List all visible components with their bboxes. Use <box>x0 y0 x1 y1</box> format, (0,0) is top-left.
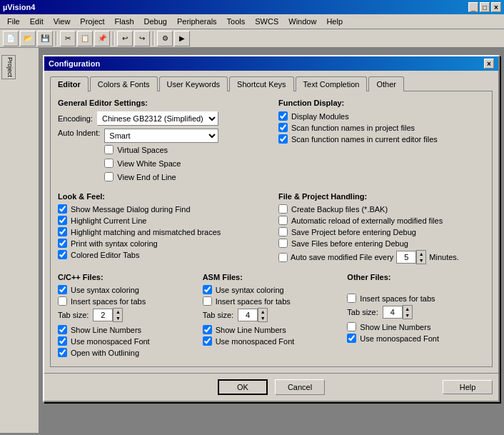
tab-colors-fonts[interactable]: Colors & Fonts <box>90 76 158 91</box>
ok-button[interactable]: OK <box>218 379 268 395</box>
virtual-spaces-checkbox[interactable] <box>104 145 114 154</box>
cc-insert-spaces-checkbox[interactable] <box>58 296 67 306</box>
toolbar-sep-3 <box>153 31 154 46</box>
tab-user-keywords[interactable]: User Keywords <box>159 76 228 91</box>
other-tab-up-button[interactable]: ▲ <box>403 306 412 312</box>
toolbar-save[interactable]: 💾 <box>37 31 53 46</box>
auto-reload-checkbox[interactable] <box>278 216 288 225</box>
toolbar-paste[interactable]: 📌 <box>94 31 110 46</box>
menu-file[interactable]: File <box>3 16 24 27</box>
menu-debug[interactable]: Debug <box>140 16 171 27</box>
auto-save-checkbox[interactable] <box>278 253 288 262</box>
cc-tab-spinbox: ▲ ▼ <box>93 308 123 322</box>
asm-monospaced-checkbox[interactable] <box>203 336 212 346</box>
menu-window[interactable]: Window <box>284 16 321 27</box>
toolbar-sep-2 <box>113 31 114 46</box>
encoding-select[interactable]: Chinese GB2312 (Simplified) <box>97 111 218 126</box>
tab-editor[interactable]: Editor <box>50 76 89 92</box>
menu-peripherals[interactable]: Peripherals <box>173 16 221 27</box>
tab-other[interactable]: Other <box>368 76 404 91</box>
toolbar-undo[interactable]: ↩ <box>117 31 133 46</box>
scan-project-checkbox[interactable] <box>278 123 288 132</box>
toolbar-copy[interactable]: 📋 <box>77 31 93 46</box>
print-syntax-checkbox[interactable] <box>58 239 67 248</box>
toolbar-redo[interactable]: ↪ <box>134 31 150 46</box>
other-monospaced-label: Use monospaced Font <box>360 334 439 343</box>
minimize-button[interactable]: _ <box>468 2 478 12</box>
indent-combo: Smart <box>104 129 218 143</box>
cc-show-line-checkbox[interactable] <box>58 325 67 334</box>
other-insert-spaces-row: Insert spaces for tabs <box>347 294 485 303</box>
footer-buttons: OK Cancel <box>218 379 325 395</box>
menu-help[interactable]: Help <box>322 16 347 27</box>
cc-insert-spaces-row: Insert spaces for tabs <box>58 296 196 306</box>
cc-outlining-checkbox[interactable] <box>58 348 67 357</box>
toolbar-new[interactable]: 📄 <box>3 31 19 46</box>
indent-select[interactable]: Smart <box>104 129 218 143</box>
function-display-section: Function Display: Display Modules Scan f… <box>278 99 485 186</box>
create-backup-checkbox[interactable] <box>278 204 288 214</box>
dialog-close-button[interactable]: × <box>484 59 494 69</box>
maximize-button[interactable]: □ <box>480 2 490 12</box>
other-tab-down-button[interactable]: ▼ <box>403 312 412 319</box>
cc-monospaced-checkbox[interactable] <box>58 336 67 346</box>
menu-view[interactable]: View <box>49 16 75 27</box>
cc-tab-input[interactable] <box>93 309 113 321</box>
menu-flash[interactable]: Flash <box>111 16 138 27</box>
tab-text-completion[interactable]: Text Completion <box>296 76 368 91</box>
menu-bar: File Edit View Project Flash Debug Perip… <box>0 14 504 29</box>
print-syntax-row: Print with syntax coloring <box>58 239 264 248</box>
cc-tab-up-button[interactable]: ▲ <box>114 309 122 315</box>
auto-reload-row: Automatic reload of externally modified … <box>278 216 485 225</box>
asm-tab-down-button[interactable]: ▼ <box>258 315 267 321</box>
dialog-title-bar: Configuration × <box>44 56 498 71</box>
highlight-braces-row: Highlight matching and mismatched braces <box>58 227 264 236</box>
title-bar: µVision4 _ □ × <box>0 0 504 14</box>
auto-save-down-button[interactable]: ▼ <box>417 257 425 264</box>
toolbar-debug[interactable]: ▶ <box>174 31 190 46</box>
dialog-title: Configuration <box>49 59 100 68</box>
other-show-line-checkbox[interactable] <box>347 322 356 331</box>
menu-swcs[interactable]: SWCS <box>251 16 283 27</box>
highlight-braces-checkbox[interactable] <box>58 227 67 236</box>
tab-shortcut-keys[interactable]: Shortcut Keys <box>229 76 293 91</box>
cancel-button[interactable]: Cancel <box>275 379 325 395</box>
toolbar-open[interactable]: 📂 <box>20 31 36 46</box>
asm-syntax-checkbox[interactable] <box>203 285 212 294</box>
sidebar-project-tab[interactable]: Project <box>1 55 16 79</box>
auto-save-up-button[interactable]: ▲ <box>417 251 425 257</box>
cc-tab-down-button[interactable]: ▼ <box>114 315 122 321</box>
colored-tabs-checkbox[interactable] <box>58 250 67 259</box>
show-message-checkbox[interactable] <box>58 204 67 214</box>
toolbar-build[interactable]: ⚙ <box>157 31 173 46</box>
display-modules-checkbox[interactable] <box>278 111 288 121</box>
scan-current-checkbox[interactable] <box>278 134 288 144</box>
other-tab-input[interactable] <box>383 306 403 319</box>
help-button[interactable]: Help <box>443 380 493 394</box>
save-files-debug-checkbox[interactable] <box>278 239 288 248</box>
other-monospaced-checkbox[interactable] <box>347 334 356 343</box>
asm-show-line-checkbox[interactable] <box>203 325 212 334</box>
save-files-debug-label: Save Files before entering Debug <box>291 239 408 248</box>
asm-insert-spaces-checkbox[interactable] <box>203 296 212 306</box>
auto-reload-label: Automatic reload of externally modified … <box>291 216 443 225</box>
asm-syntax-label: Use syntax coloring <box>216 286 284 294</box>
menu-tools[interactable]: Tools <box>223 16 250 27</box>
cc-syntax-checkbox[interactable] <box>58 285 67 294</box>
asm-tab-input[interactable] <box>238 309 258 321</box>
save-project-debug-row: Save Project before entering Debug <box>278 227 485 236</box>
menu-project[interactable]: Project <box>76 16 109 27</box>
menu-edit[interactable]: Edit <box>26 16 48 27</box>
view-white-space-checkbox[interactable] <box>104 159 114 168</box>
asm-show-line-row: Show Line Numbers <box>203 325 341 334</box>
other-insert-spaces-checkbox[interactable] <box>347 294 356 303</box>
view-end-of-line-checkbox[interactable] <box>104 172 114 181</box>
auto-save-input[interactable] <box>396 251 416 264</box>
highlight-current-checkbox[interactable] <box>58 216 67 225</box>
toolbar-cut[interactable]: ✂ <box>60 31 76 46</box>
save-project-debug-checkbox[interactable] <box>278 227 288 236</box>
close-window-button[interactable]: × <box>491 2 501 12</box>
virtual-spaces-row: Virtual Spaces <box>104 145 218 154</box>
asm-tab-up-button[interactable]: ▲ <box>258 309 267 315</box>
minutes-label: Minutes. <box>429 253 459 261</box>
